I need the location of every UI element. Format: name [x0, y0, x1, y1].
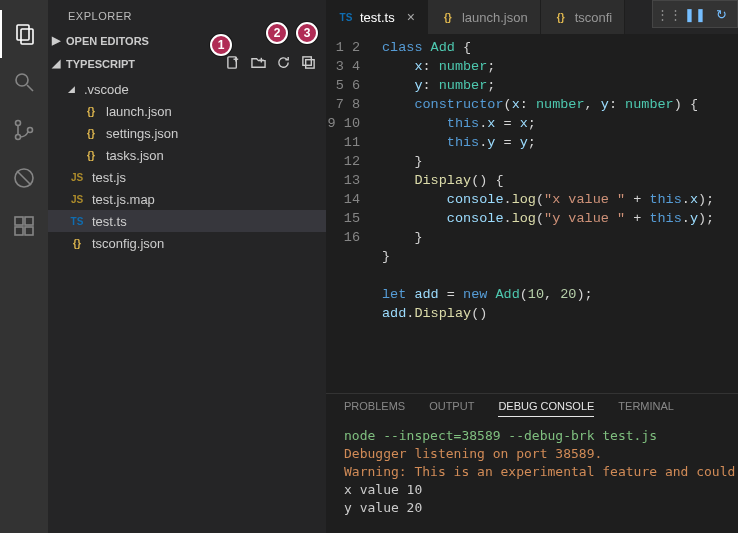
panel-tabs: PROBLEMS OUTPUT DEBUG CONSOLE TERMINAL: [326, 394, 738, 421]
project-label: TYPESCRIPT: [66, 58, 135, 70]
refresh-icon[interactable]: [276, 55, 291, 72]
svg-point-5: [16, 135, 21, 140]
svg-rect-11: [15, 227, 23, 235]
file-label: tsconfig.json: [92, 236, 164, 251]
tab-tsconfig[interactable]: {} tsconfi: [541, 0, 626, 34]
file-label: settings.json: [106, 126, 178, 141]
file-tsconfig-json[interactable]: {} tsconfig.json: [48, 232, 326, 254]
activity-bar: [0, 0, 48, 533]
tab-label: launch.json: [462, 10, 528, 25]
sidebar: EXPLORER ▶ OPEN EDITORS ◢ TYPESCRIPT 1 2…: [48, 0, 326, 533]
file-tasks-json[interactable]: {} tasks.json: [48, 144, 326, 166]
search-icon[interactable]: [0, 58, 48, 106]
svg-rect-12: [25, 227, 33, 235]
svg-point-6: [28, 128, 33, 133]
extensions-icon[interactable]: [0, 202, 48, 250]
new-folder-icon[interactable]: [251, 55, 266, 72]
file-tree: ◢ .vscode {} launch.json {} settings.jso…: [48, 76, 326, 256]
collapse-all-icon[interactable]: [301, 55, 316, 72]
bottom-panel: PROBLEMS OUTPUT DEBUG CONSOLE TERMINAL n…: [326, 393, 738, 533]
code-editor[interactable]: 1 2 3 4 5 6 7 8 9 10 11 12 13 14 15 16 c…: [326, 34, 738, 393]
chevron-right-icon: ▶: [52, 34, 64, 47]
callout-2: 2: [266, 22, 288, 44]
svg-rect-1: [21, 29, 33, 44]
svg-rect-19: [306, 60, 314, 68]
json-icon: {}: [553, 12, 569, 23]
chevron-down-icon: ◢: [68, 84, 78, 94]
svg-point-4: [16, 121, 21, 126]
editor-tabs: TS test.ts × {} launch.json {} tsconfi ⋮…: [326, 0, 738, 34]
svg-rect-0: [17, 25, 29, 40]
json-icon: {}: [440, 12, 456, 23]
ts-icon: TS: [68, 216, 86, 227]
panel-tab-problems[interactable]: PROBLEMS: [344, 400, 405, 417]
svg-rect-9: [15, 217, 23, 225]
tab-test-ts[interactable]: TS test.ts ×: [326, 0, 428, 34]
panel-tab-terminal[interactable]: TERMINAL: [618, 400, 674, 417]
ts-icon: TS: [338, 12, 354, 23]
file-label: test.ts: [92, 214, 127, 229]
new-file-icon[interactable]: [226, 55, 241, 72]
js-icon: JS: [68, 194, 86, 205]
file-test-js-map[interactable]: JS test.js.map: [48, 188, 326, 210]
svg-point-2: [16, 74, 28, 86]
line-gutter: 1 2 3 4 5 6 7 8 9 10 11 12 13 14 15 16: [326, 34, 374, 393]
json-icon: {}: [82, 150, 100, 161]
pause-icon[interactable]: ❚❚: [687, 6, 703, 22]
callout-1: 1: [210, 34, 232, 56]
code-content[interactable]: class Add { x: number; y: number; constr…: [374, 34, 738, 393]
tab-launch-json[interactable]: {} launch.json: [428, 0, 541, 34]
chevron-down-icon: ◢: [52, 57, 64, 70]
editor-group: TS test.ts × {} launch.json {} tsconfi ⋮…: [326, 0, 738, 533]
json-icon: {}: [82, 106, 100, 117]
file-label: launch.json: [106, 104, 172, 119]
file-label: test.js.map: [92, 192, 155, 207]
panel-tab-debug-console[interactable]: DEBUG CONSOLE: [498, 400, 594, 417]
svg-rect-10: [25, 217, 33, 225]
json-icon: {}: [68, 238, 86, 249]
source-control-icon[interactable]: [0, 106, 48, 154]
tab-label: test.ts: [360, 10, 395, 25]
project-section[interactable]: ◢ TYPESCRIPT: [48, 51, 326, 76]
svg-line-8: [17, 171, 31, 185]
step-over-icon[interactable]: ↻: [713, 6, 729, 22]
callout-3: 3: [296, 22, 318, 44]
file-label: test.js: [92, 170, 126, 185]
tab-label: tsconfi: [575, 10, 613, 25]
open-editors-label: OPEN EDITORS: [66, 35, 149, 47]
grip-icon[interactable]: ⋮⋮: [661, 6, 677, 22]
file-test-ts[interactable]: TS test.ts: [48, 210, 326, 232]
panel-tab-output[interactable]: OUTPUT: [429, 400, 474, 417]
svg-line-3: [27, 85, 33, 91]
section-actions: [226, 55, 316, 72]
debug-icon[interactable]: [0, 154, 48, 202]
file-label: tasks.json: [106, 148, 164, 163]
svg-rect-18: [303, 57, 311, 65]
folder-vscode[interactable]: ◢ .vscode: [48, 78, 326, 100]
json-icon: {}: [82, 128, 100, 139]
file-test-js[interactable]: JS test.js: [48, 166, 326, 188]
debug-toolbar[interactable]: ⋮⋮ ❚❚ ↻: [652, 0, 738, 28]
debug-console-output[interactable]: node --inspect=38589 --debug-brk test.js…: [326, 421, 738, 533]
js-icon: JS: [68, 172, 86, 183]
folder-label: .vscode: [84, 82, 129, 97]
close-icon[interactable]: ×: [407, 9, 415, 25]
file-settings-json[interactable]: {} settings.json: [48, 122, 326, 144]
explorer-icon[interactable]: [0, 10, 48, 58]
file-launch-json[interactable]: {} launch.json: [48, 100, 326, 122]
